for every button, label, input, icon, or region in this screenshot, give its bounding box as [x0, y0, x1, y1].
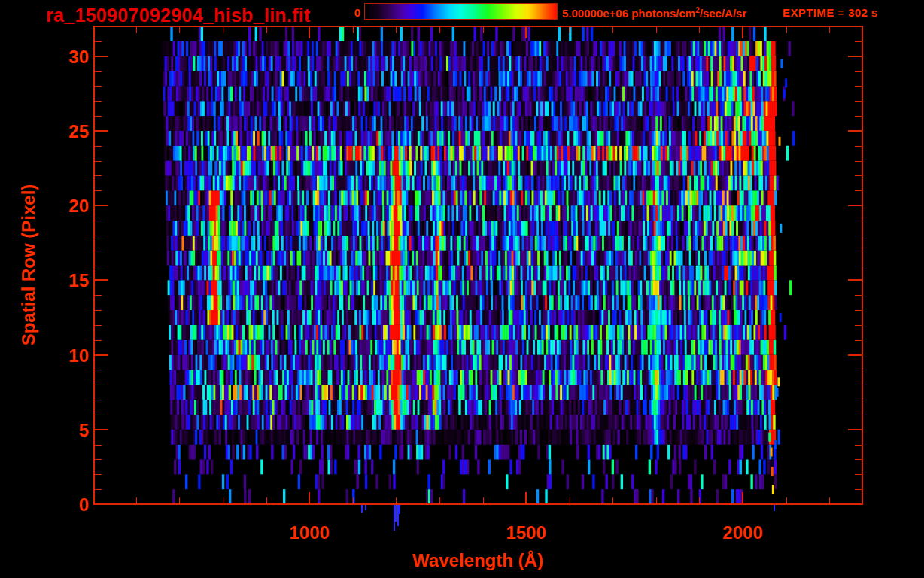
x-axis-label: Wavelength (Å): [365, 550, 591, 571]
x-minor-tick: [699, 497, 700, 503]
y-minor-tick: [95, 41, 102, 42]
y-minor-tick-right: [855, 489, 862, 490]
y-minor-tick-right: [855, 370, 862, 370]
x-major-tick: [742, 492, 743, 503]
x-minor-tick-top: [396, 27, 397, 33]
y-major-tick: [95, 130, 108, 132]
under-axis-mark: [774, 505, 775, 511]
colorbar-gradient: [365, 4, 557, 19]
x-minor-tick: [439, 497, 440, 503]
y-minor-tick: [95, 325, 102, 326]
y-minor-tick: [95, 474, 102, 475]
y-minor-tick-right: [855, 415, 862, 415]
x-minor-tick-top: [786, 27, 787, 33]
x-minor-tick-top: [656, 27, 657, 33]
y-minor-tick: [95, 221, 102, 221]
x-minor-tick-top: [829, 27, 830, 33]
x-minor-tick: [612, 497, 613, 503]
axis-top: [93, 26, 863, 27]
y-major-tick: [95, 56, 108, 57]
colorbar-max-suffix: /sec/A/sr: [700, 7, 747, 20]
x-minor-tick: [136, 497, 137, 503]
y-minor-tick-right: [855, 175, 862, 176]
y-tick-label: 10: [47, 345, 89, 367]
y-minor-tick-right: [855, 221, 862, 221]
y-minor-tick: [95, 190, 102, 191]
y-minor-tick: [95, 489, 102, 490]
x-minor-tick: [829, 497, 830, 503]
y-tick-label: 0: [47, 494, 89, 516]
y-major-tick: [95, 354, 108, 356]
y-minor-tick: [95, 415, 102, 415]
colorbar-max-prefix: 5.00000e+06 photons/cm: [562, 7, 695, 20]
y-tick-label: 15: [47, 270, 89, 291]
y-minor-tick: [95, 370, 102, 370]
y-tick-label: 30: [47, 47, 89, 68]
x-tick-label: 2000: [709, 522, 777, 543]
y-minor-tick: [95, 295, 102, 296]
y-major-tick-right: [848, 279, 862, 281]
y-tick-label: 20: [47, 196, 89, 217]
x-major-tick-top: [525, 27, 527, 38]
y-major-tick-right: [848, 130, 862, 132]
y-minor-tick: [95, 266, 102, 266]
x-minor-tick-top: [483, 27, 484, 33]
x-minor-tick: [656, 497, 657, 503]
y-minor-tick: [95, 310, 102, 311]
y-minor-tick-right: [855, 71, 862, 72]
under-axis-mark: [361, 505, 363, 513]
axis-right: [862, 26, 863, 505]
colorbar-min-label: 0: [331, 6, 360, 19]
y-major-tick: [95, 429, 108, 430]
y-major-tick: [95, 279, 108, 281]
y-major-tick-right: [848, 429, 862, 430]
x-major-tick-top: [742, 27, 743, 38]
colorbar: [364, 3, 558, 20]
x-major-tick: [309, 492, 310, 503]
exptime-label: EXPTIME = 302 s: [783, 6, 877, 19]
x-minor-tick-top: [699, 27, 700, 33]
y-minor-tick: [95, 445, 102, 446]
y-minor-tick-right: [855, 445, 862, 446]
x-minor-tick-top: [353, 27, 354, 33]
x-tick-label: 1500: [492, 522, 560, 543]
y-minor-tick: [95, 236, 102, 236]
x-minor-tick-top: [612, 27, 613, 33]
colorbar-max-label: 5.00000e+06 photons/cm2/sec/A/sr: [562, 6, 746, 20]
y-minor-tick-right: [855, 236, 862, 236]
y-minor-tick-right: [855, 400, 862, 400]
under-axis-mark: [365, 505, 366, 510]
y-major-tick: [95, 503, 108, 505]
y-minor-tick-right: [855, 190, 862, 191]
y-minor-tick: [95, 385, 102, 385]
y-minor-tick: [95, 340, 102, 341]
y-minor-tick-right: [855, 251, 862, 251]
y-minor-tick-right: [855, 86, 862, 87]
axis-bottom: [93, 503, 863, 505]
y-major-tick-right: [848, 503, 862, 505]
y-minor-tick-right: [855, 295, 862, 296]
y-minor-tick-right: [855, 340, 862, 341]
y-minor-tick-right: [855, 161, 862, 162]
x-minor-tick: [266, 497, 267, 503]
x-minor-tick-top: [570, 27, 570, 33]
y-major-tick-right: [848, 56, 862, 57]
y-minor-tick: [95, 400, 102, 400]
y-minor-tick: [95, 146, 102, 147]
y-minor-tick: [95, 71, 102, 72]
y-minor-tick-right: [855, 459, 862, 460]
y-minor-tick: [95, 251, 102, 251]
x-minor-tick-top: [266, 27, 267, 33]
x-minor-tick-top: [179, 27, 180, 33]
y-tick-label: 5: [47, 420, 89, 441]
heatmap-canvas: [94, 26, 862, 504]
y-minor-tick-right: [855, 101, 862, 102]
x-minor-tick: [396, 497, 397, 503]
y-minor-tick-right: [855, 325, 862, 326]
x-major-tick: [525, 492, 527, 503]
under-axis-mark: [399, 505, 400, 514]
x-tick-label: 1000: [275, 522, 343, 543]
x-minor-tick: [570, 497, 570, 503]
x-minor-tick-top: [136, 27, 137, 33]
x-minor-tick-top: [223, 27, 223, 33]
